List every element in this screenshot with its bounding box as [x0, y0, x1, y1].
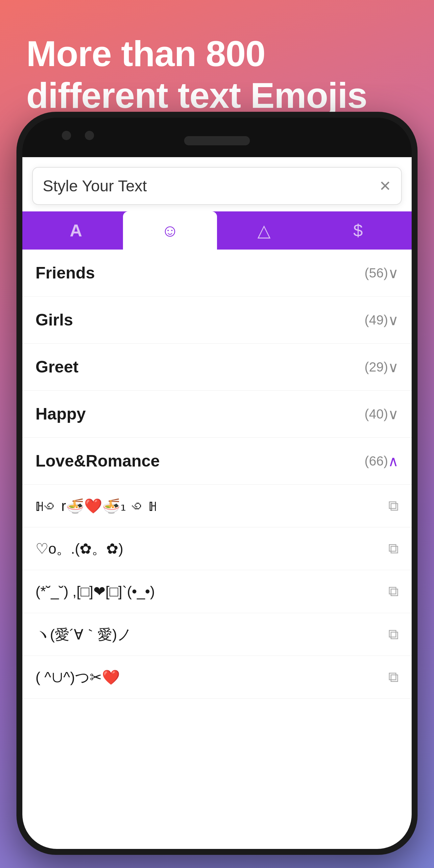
- hero-section: More than 800 different text Emojis: [26, 33, 408, 116]
- category-greet[interactable]: Greet (29) ∨: [22, 344, 412, 391]
- category-friends[interactable]: Friends (56) ∨: [22, 250, 412, 297]
- hero-title: More than 800 different text Emojis: [26, 33, 408, 116]
- category-happy[interactable]: Happy (40) ∨: [22, 391, 412, 438]
- copy-icon-3[interactable]: ⧉: [388, 583, 399, 600]
- tab-bar: A ☺ △ $: [22, 211, 412, 250]
- search-bar[interactable]: Style Your Text ✕: [32, 167, 402, 205]
- emoji-text-2: ♡o。.(✿。✿): [35, 539, 388, 558]
- copy-icon-2[interactable]: ⧉: [388, 540, 399, 557]
- search-input-text: Style Your Text: [43, 177, 379, 195]
- chevron-down-icon: ∨: [388, 312, 399, 329]
- hero-title-line2: different text Emojis: [26, 75, 367, 115]
- chevron-down-icon: ∨: [388, 359, 399, 375]
- font-tab-icon: A: [70, 221, 82, 240]
- category-girls-count: (49): [365, 313, 388, 328]
- camera-dot-right: [85, 131, 94, 140]
- category-love-romance[interactable]: Love&Romance (66) ∧: [22, 438, 412, 485]
- emoji-text-5: ( ^∪^)つ✂❤️: [35, 668, 388, 686]
- tab-shape[interactable]: △: [217, 211, 311, 250]
- emoji-text-1: ℍ꩜ r🍜❤️🍜₁ ꩜ ℍ: [35, 496, 388, 515]
- close-icon[interactable]: ✕: [379, 178, 391, 194]
- chevron-up-icon: ∧: [388, 453, 399, 469]
- emoji-item-3[interactable]: (*˘_˘) ,[□]❤[□]`(•_•) ⧉: [22, 570, 412, 613]
- category-friends-count: (56): [365, 266, 388, 280]
- category-friends-name: Friends: [35, 264, 361, 282]
- chevron-down-icon: ∨: [388, 265, 399, 281]
- category-love-count: (66): [365, 454, 388, 468]
- emoji-item-5[interactable]: ( ^∪^)つ✂❤️ ⧉: [22, 656, 412, 699]
- category-greet-count: (29): [365, 360, 388, 374]
- emoji-text-3: (*˘_˘) ,[□]❤[□]`(•_•): [35, 582, 388, 601]
- emoji-tab-icon: ☺: [161, 221, 179, 240]
- emoji-item-4[interactable]: ヽ(愛´∀｀愛)ノ ⧉: [22, 613, 412, 656]
- copy-icon-4[interactable]: ⧉: [388, 626, 399, 643]
- emoji-text-4: ヽ(愛´∀｀愛)ノ: [35, 625, 388, 644]
- copy-icon-1[interactable]: ⧉: [388, 497, 399, 514]
- camera-dot-left: [62, 131, 71, 140]
- symbol-tab-icon: $: [353, 221, 363, 240]
- tab-font[interactable]: A: [29, 211, 123, 250]
- shape-tab-icon: △: [257, 221, 271, 240]
- category-greet-name: Greet: [35, 358, 361, 376]
- copy-icon-5[interactable]: ⧉: [388, 669, 399, 685]
- phone-notch: [22, 118, 412, 157]
- category-girls-name: Girls: [35, 310, 361, 330]
- tab-emoji[interactable]: ☺: [123, 211, 217, 250]
- app-screen: Style Your Text ✕ A ☺ △ $: [22, 157, 412, 849]
- phone-speaker: [184, 136, 250, 145]
- emoji-item-1[interactable]: ℍ꩜ r🍜❤️🍜₁ ꩜ ℍ ⧉: [22, 485, 412, 527]
- emoji-item-2[interactable]: ♡o。.(✿。✿) ⧉: [22, 527, 412, 570]
- phone-inner: Style Your Text ✕ A ☺ △ $: [22, 118, 412, 849]
- category-girls[interactable]: Girls (49) ∨: [22, 297, 412, 344]
- chevron-down-icon: ∨: [388, 406, 399, 423]
- category-love-name: Love&Romance: [35, 452, 361, 470]
- hero-title-line1: More than 800: [26, 33, 265, 74]
- tab-symbol[interactable]: $: [311, 211, 405, 250]
- category-happy-count: (40): [365, 407, 388, 422]
- phone-shell: Style Your Text ✕ A ☺ △ $: [17, 112, 417, 855]
- category-list: Friends (56) ∨ Girls (49) ∨ Greet (29) ∨…: [22, 250, 412, 699]
- category-happy-name: Happy: [35, 404, 361, 424]
